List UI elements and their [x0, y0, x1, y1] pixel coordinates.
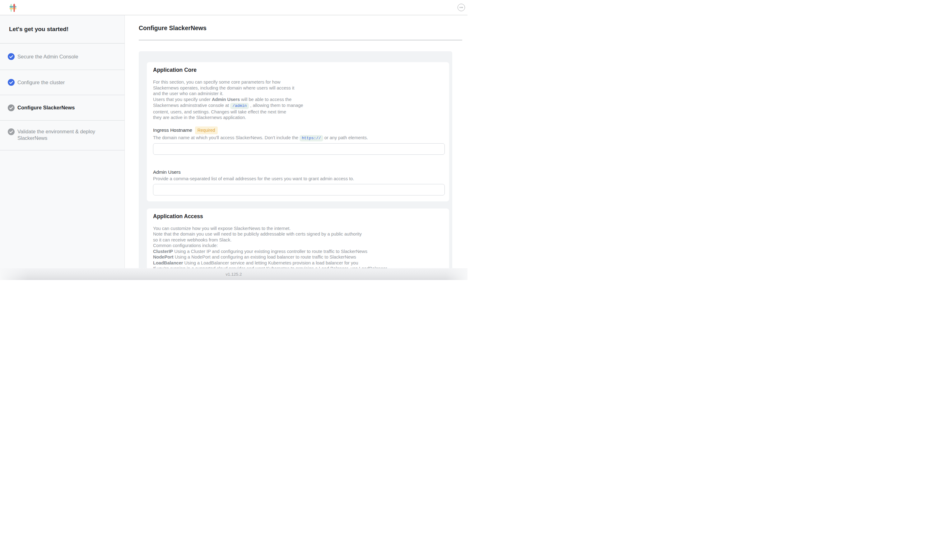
application-access-title: Application Access: [153, 213, 444, 220]
slackernews-logo-icon: [8, 3, 18, 12]
admin-users-help: Provide a comma-separated list of email …: [153, 176, 444, 182]
sidebar-steps: Secure the Admin ConsoleConfigure the cl…: [0, 43, 124, 151]
version-label: v1.125.2: [226, 272, 242, 277]
application-core-title: Application Core: [153, 67, 444, 73]
sidebar-step-1[interactable]: Secure the Admin Console: [0, 43, 124, 70]
more-options-button[interactable]: [458, 4, 465, 11]
inline-code-chip: /admin: [230, 103, 249, 109]
ingress-hostname-help: The domain name at which you'll access S…: [153, 135, 444, 141]
ellipsis-icon: [462, 7, 463, 8]
admin-users-label: Admin Users: [153, 169, 181, 175]
sidebar-step-label: Secure the Admin Console: [17, 54, 78, 60]
sidebar-step-4[interactable]: Validate the environment & deploy Slacke…: [0, 121, 124, 151]
required-badge: Required: [195, 126, 218, 134]
check-circle-icon: [8, 128, 15, 135]
top-bar: [0, 0, 468, 15]
ingress-hostname-input[interactable]: [153, 143, 445, 155]
sidebar-step-label: Configure the cluster: [17, 79, 65, 86]
application-access-description: You can customize how you will expose Sl…: [153, 226, 444, 272]
ellipsis-icon: [461, 7, 461, 8]
config-panel: Application Core For this section, you c…: [139, 51, 452, 280]
check-circle-icon: [8, 105, 15, 111]
footer-bar: v1.125.2: [0, 268, 468, 280]
admin-users-field: Admin Users Provide a comma-separated li…: [153, 169, 444, 195]
sidebar-step-3[interactable]: Configure SlackerNews: [0, 95, 124, 121]
ellipsis-icon: [460, 7, 460, 8]
check-circle-icon: [8, 79, 15, 86]
application-core-card: Application Core For this section, you c…: [147, 62, 449, 202]
ingress-hostname-label: Ingress Hostname: [153, 127, 192, 133]
inline-code-chip: https://: [299, 135, 323, 142]
sidebar-step-label: Validate the environment & deploy Slacke…: [17, 128, 105, 142]
setup-sidebar: Let's get you started! Secure the Admin …: [0, 15, 125, 268]
application-core-description: For this section, you can specify some c…: [153, 79, 444, 121]
ingress-hostname-field: Ingress Hostname Required The domain nam…: [153, 126, 444, 155]
sidebar-step-label: Configure SlackerNews: [17, 105, 75, 111]
sidebar-step-2[interactable]: Configure the cluster: [0, 70, 124, 95]
check-circle-icon: [8, 53, 15, 60]
sidebar-heading: Let's get you started!: [0, 15, 124, 43]
admin-users-input[interactable]: [153, 184, 445, 195]
title-divider: [139, 40, 462, 40]
page-title: Configure SlackerNews: [139, 25, 207, 32]
